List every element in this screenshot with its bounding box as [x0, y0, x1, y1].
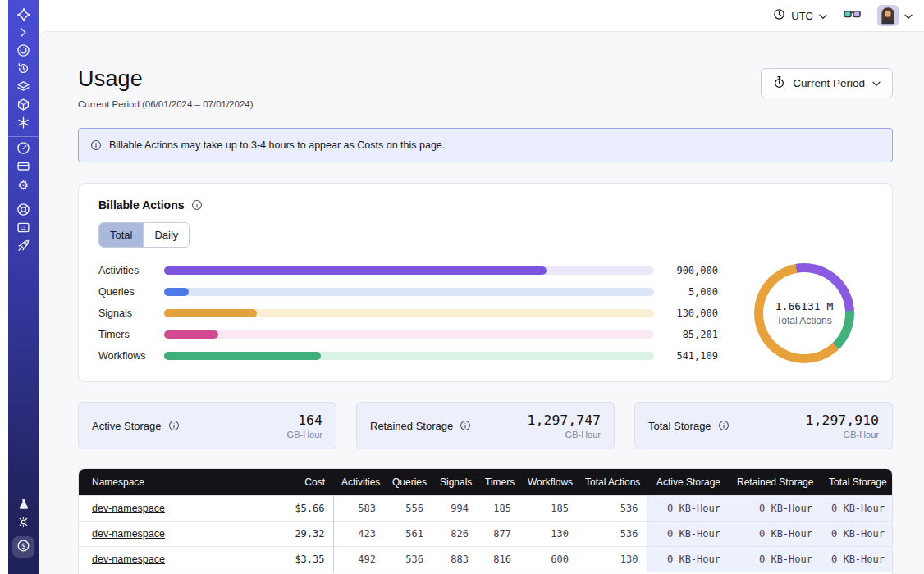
- main-column: UTC Usage Current Period (06/01/2024 – 0…: [39, 0, 924, 574]
- tab-daily[interactable]: Daily: [143, 223, 189, 247]
- sidebar-coin-button[interactable]: $: [12, 536, 34, 558]
- content-area: Usage Current Period (06/01/2024 – 07/01…: [39, 31, 924, 574]
- sidebar-group-support: [12, 202, 35, 256]
- bar-track: [164, 309, 654, 317]
- table-cell: 816: [477, 547, 519, 572]
- chevron-down-icon: [819, 10, 827, 22]
- table-cell: 130: [519, 522, 577, 547]
- table-cell: 423: [333, 522, 384, 547]
- page-header: Usage Current Period (06/01/2024 – 07/01…: [78, 66, 893, 109]
- billable-view-tabs: TotalDaily: [98, 222, 190, 248]
- storage-card-value: 1,297,747: [528, 412, 601, 428]
- bar-track: [164, 352, 654, 360]
- table-cell: 0 KB-Hour: [729, 522, 821, 547]
- table-cell: 185: [477, 496, 519, 522]
- sidebar-terminal-button[interactable]: [12, 220, 35, 238]
- labs-glasses-button[interactable]: [844, 8, 861, 23]
- storage-card-label: Active Storage: [92, 420, 180, 432]
- storage-card-unit: GB-Hour: [806, 430, 879, 440]
- sidebar-lifebuoy-button[interactable]: [12, 202, 35, 220]
- gauge-icon: [16, 141, 30, 157]
- layers-icon: [16, 80, 30, 96]
- table-cell: 877: [477, 522, 519, 547]
- sidebar-namespaces-button[interactable]: [12, 43, 35, 61]
- table-cell: 561: [384, 522, 432, 547]
- sidebar-asterisk-button[interactable]: [12, 115, 35, 133]
- svg-text:$: $: [21, 542, 25, 550]
- table-cell: 583: [333, 496, 384, 522]
- storage-card-value: 164: [287, 412, 322, 428]
- bar-track: [164, 288, 654, 296]
- rocket-icon: [16, 239, 30, 255]
- asterisk-icon: [16, 116, 30, 132]
- table-cell: 492: [333, 547, 384, 572]
- sidebar-layers-button[interactable]: [12, 79, 35, 97]
- namespaces-icon: [16, 43, 30, 60]
- bar-label: Queries: [98, 286, 153, 298]
- lifebuoy-icon: [16, 203, 30, 219]
- sidebar-history-button[interactable]: [12, 61, 35, 79]
- table-row: dev-namespace29.324235618268771305360 KB…: [79, 522, 893, 547]
- app-root: ⚙ $ UTC Usage Current Per: [0, 0, 924, 574]
- table-cell: 0 KB-Hour: [647, 547, 729, 572]
- column-header-active-storage: Active Storage: [647, 469, 729, 496]
- table-cell: 536: [577, 522, 647, 547]
- column-header-signals: Signals: [432, 469, 477, 496]
- period-selector-button[interactable]: Current Period: [761, 68, 893, 98]
- bar-label: Signals: [98, 308, 153, 319]
- sidebar-flask-button[interactable]: [12, 496, 35, 514]
- info-icon[interactable]: [168, 420, 180, 431]
- storage-card-unit: GB-Hour: [528, 430, 601, 440]
- sidebar-credit-card-button[interactable]: [12, 158, 35, 176]
- table-cell: 0 KB-Hour: [647, 496, 729, 522]
- sidebar-group-account: ⚙: [12, 140, 35, 194]
- sidebar-cube-button[interactable]: [12, 97, 35, 115]
- storage-card-active-storage: Active Storage 164 GB-Hour: [78, 402, 336, 449]
- bar-track: [164, 330, 654, 339]
- info-icon[interactable]: [718, 420, 730, 431]
- namespace-link[interactable]: dev-namespace: [92, 503, 165, 514]
- glasses-icon: [844, 8, 861, 23]
- column-header-cost: Cost: [277, 469, 333, 496]
- info-icon[interactable]: [191, 199, 203, 211]
- storage-card-retained-storage: Retained Storage 1,297,747 GB-Hour: [356, 402, 615, 449]
- namespace-link[interactable]: dev-namespace: [92, 554, 165, 565]
- bar-row-activities: Activities 900,000: [98, 260, 718, 281]
- column-header-retained-storage: Retained Storage: [729, 469, 821, 496]
- history-icon: [16, 61, 30, 78]
- total-actions-value: 1.66131 M: [775, 300, 833, 312]
- bar-label: Workflows: [98, 350, 153, 362]
- info-banner-text: Billable Actions may take up to 3-4 hour…: [109, 139, 445, 151]
- account-menu-button[interactable]: [877, 5, 913, 26]
- column-header-namespace: Namespace: [79, 469, 277, 496]
- sidebar-divider: [8, 198, 39, 198]
- timezone-selector[interactable]: UTC: [773, 8, 827, 23]
- table-cell: 556: [384, 496, 432, 522]
- donut-chart-wrap: 1.66131 M Total Actions: [736, 263, 872, 363]
- period-selector-label: Current Period: [793, 77, 865, 89]
- sidebar-sun-button[interactable]: [12, 514, 35, 532]
- sidebar-gear-button[interactable]: ⚙: [12, 176, 35, 194]
- sidebar-gauge-button[interactable]: [12, 140, 35, 158]
- table-cell: 0 KB-Hour: [729, 496, 821, 522]
- table-header-row: NamespaceCostActivitiesQueriesSignalsTim…: [79, 469, 893, 496]
- clock-icon: [773, 8, 785, 23]
- info-icon[interactable]: [460, 420, 471, 431]
- table-cell: 130: [577, 547, 647, 572]
- sidebar-rocket-button[interactable]: [12, 238, 35, 256]
- billable-actions-title: Billable Actions: [98, 198, 872, 212]
- table-cell: 185: [519, 496, 577, 522]
- bar-fill: [164, 266, 547, 275]
- namespace-link[interactable]: dev-namespace: [92, 528, 165, 540]
- sidebar-temporal-logo-button[interactable]: [12, 7, 35, 25]
- bar-fill: [164, 352, 321, 360]
- total-actions-donut: 1.66131 M Total Actions: [754, 263, 854, 363]
- storage-card-unit: GB-Hour: [287, 430, 322, 440]
- info-banner: Billable Actions may take up to 3-4 hour…: [78, 128, 893, 162]
- column-header-total-actions: Total Actions: [577, 469, 647, 496]
- table-cell: 883: [432, 547, 477, 572]
- sidebar-chevron-right-button[interactable]: [12, 25, 35, 43]
- terminal-icon: [16, 221, 30, 237]
- tab-total[interactable]: Total: [99, 223, 143, 247]
- table-row: dev-namespace$3.354925368838166001300 KB…: [79, 547, 893, 572]
